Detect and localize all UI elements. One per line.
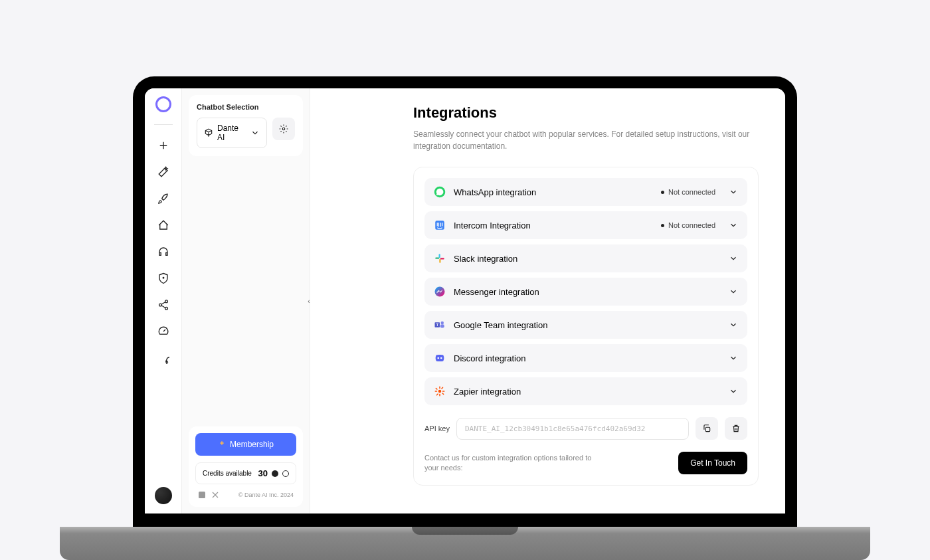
page-title: Integrations (413, 104, 759, 122)
share-icon (157, 299, 169, 311)
linkedin-icon[interactable] (198, 491, 206, 499)
rocket-icon (157, 193, 169, 205)
integration-name: Messenger integration (454, 287, 715, 297)
get-in-touch-button[interactable]: Get In Touch (678, 452, 747, 474)
svg-rect-25 (442, 393, 444, 395)
laptop-frame: Chatbot Selection Dante AI (133, 76, 797, 531)
svg-rect-22 (435, 391, 438, 392)
integration-name: Google Team integration (454, 320, 715, 330)
messenger-icon (434, 286, 446, 298)
credits-dot-1[interactable] (272, 470, 278, 477)
trash-icon (731, 424, 741, 433)
contact-row: Contact us for custom integration option… (424, 452, 747, 474)
svg-point-17 (437, 357, 439, 359)
copy-api-key-button[interactable] (696, 417, 718, 440)
integration-item-teams[interactable]: T Google Team integration (424, 311, 747, 339)
svg-text:T: T (436, 323, 438, 327)
chevron-down-icon (729, 387, 738, 396)
integration-name: WhatsApp integration (454, 187, 653, 197)
integration-name: Intercom Integration (454, 221, 653, 231)
integration-name: Slack integration (454, 254, 715, 264)
laptop-notch (432, 76, 498, 88)
chevron-down-icon (729, 221, 738, 230)
x-icon[interactable] (211, 491, 219, 499)
chevron-down-icon (729, 320, 738, 329)
headphones-icon (157, 246, 169, 258)
chat-icon (157, 352, 169, 364)
svg-rect-23 (442, 391, 445, 392)
nav-support[interactable] (152, 240, 175, 263)
svg-rect-10 (439, 259, 440, 263)
svg-rect-21 (439, 394, 440, 397)
nav-home[interactable] (152, 214, 175, 236)
teams-icon: T (434, 319, 446, 331)
membership-button[interactable]: Membership (195, 433, 296, 456)
credits-value: 30 (258, 468, 268, 478)
api-key-input[interactable]: DANTE_AI_12cb30491b1c8e65a476fcd402a69d3… (456, 418, 689, 440)
integration-item-discord[interactable]: Discord integration (424, 344, 747, 372)
api-key-label: API key (424, 424, 450, 432)
integration-item-zapier[interactable]: Zapier integration (424, 377, 747, 405)
chatbot-name: Dante AI (217, 124, 246, 142)
laptop-base (60, 527, 870, 560)
nav-new[interactable] (152, 134, 175, 157)
zapier-icon (434, 385, 446, 397)
nav-dashboard[interactable] (152, 320, 175, 343)
sidebar-bottom: Membership Credits available 30 © Da (189, 426, 303, 507)
nav-rocket[interactable] (152, 187, 175, 210)
chevron-down-icon (250, 128, 260, 138)
integration-name: Zapier integration (454, 387, 715, 397)
credits-dot-2[interactable] (282, 470, 289, 477)
svg-rect-20 (439, 387, 440, 389)
svg-rect-11 (440, 258, 444, 259)
integration-item-messenger[interactable]: Messenger integration (424, 278, 747, 306)
nav-share[interactable] (152, 294, 175, 316)
chatbot-selector[interactable]: Dante AI (197, 118, 267, 148)
chevron-down-icon (729, 353, 738, 363)
discord-icon (434, 352, 446, 364)
main-content: Integrations Seamlessly connect your cha… (310, 88, 785, 513)
svg-point-18 (440, 357, 442, 359)
svg-point-0 (163, 278, 164, 279)
credits-label: Credits available (203, 470, 252, 477)
delete-api-key-button[interactable] (725, 417, 747, 440)
chevron-down-icon (729, 187, 738, 197)
api-key-row: API key DANTE_AI_12cb30491b1c8e65a476fcd… (424, 417, 747, 440)
svg-point-15 (441, 322, 444, 325)
svg-rect-27 (436, 393, 438, 396)
chevron-down-icon (729, 254, 738, 263)
svg-rect-8 (439, 254, 440, 258)
integration-item-intercom[interactable]: Intercom Integration Not connected (424, 211, 747, 239)
svg-rect-28 (705, 427, 709, 431)
chevron-down-icon (729, 287, 738, 296)
sparkle-icon (218, 440, 226, 448)
svg-point-19 (438, 390, 442, 393)
nav-security[interactable] (152, 267, 175, 290)
integrations-card: WhatsApp integration Not connected Inter… (413, 167, 759, 486)
integration-status: Not connected (661, 188, 715, 196)
collapse-sidebar-button[interactable]: ‹ (304, 293, 314, 309)
integration-name: Discord integration (454, 353, 715, 363)
shield-icon (157, 272, 169, 284)
integration-item-slack[interactable]: Slack integration (424, 244, 747, 272)
footer: © Dante AI Inc. 2024 (195, 490, 296, 500)
user-avatar[interactable] (155, 487, 172, 504)
nav-icon-bar (145, 88, 182, 513)
nav-magic[interactable] (152, 161, 175, 183)
plus-icon (157, 140, 169, 151)
copy-icon (702, 424, 711, 433)
gear-icon (279, 124, 288, 134)
chatbot-selection-card: Chatbot Selection Dante AI (189, 95, 303, 156)
nav-chat[interactable] (152, 347, 175, 369)
chatbot-settings-button[interactable] (272, 118, 295, 140)
contact-text: Contact us for custom integration option… (424, 453, 597, 474)
svg-rect-16 (440, 324, 444, 327)
side-panel: Chatbot Selection Dante AI (182, 88, 310, 513)
gauge-icon (157, 326, 169, 337)
svg-rect-26 (441, 387, 444, 389)
credits-card: Credits available 30 (195, 462, 296, 484)
integration-item-whatsapp[interactable]: WhatsApp integration Not connected (424, 178, 747, 206)
svg-point-4 (282, 128, 285, 130)
svg-rect-9 (435, 258, 439, 259)
chatbot-selection-label: Chatbot Selection (197, 103, 295, 111)
